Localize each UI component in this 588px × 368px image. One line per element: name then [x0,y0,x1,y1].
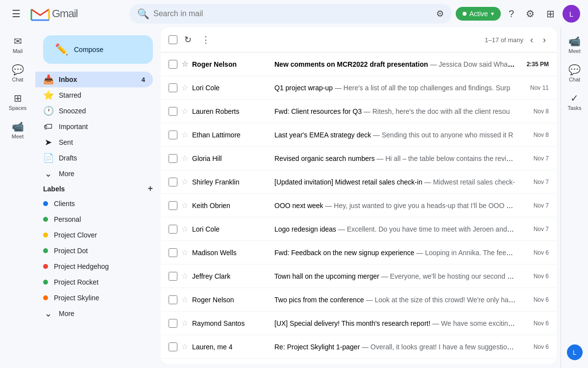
apps-button[interactable]: ⊞ [542,4,559,24]
older-page-button[interactable]: › [540,32,549,48]
table-row[interactable]: ☆ Roger Nelson Two pics from the confere… [161,288,557,312]
table-row[interactable]: ☆ Shirley Franklin [Updated invitation] … [161,170,557,194]
star-icon[interactable]: ☆ [181,224,188,234]
row-checkbox[interactable] [169,83,177,92]
table-row[interactable]: ☆ Lori Cole Logo redesign ideas — Excell… [161,217,557,241]
avatar[interactable]: L [563,5,580,23]
select-all-checkbox[interactable] [169,35,177,44]
star-icon[interactable]: ☆ [181,201,188,210]
active-status-badge[interactable]: Active ▾ [456,7,501,21]
add-label-icon[interactable]: + [147,184,153,194]
email-date: Nov 7 [519,179,549,185]
row-checkbox[interactable] [169,60,177,69]
nav-starred-label: Starred [59,91,81,99]
table-row[interactable]: ☆ Raymond Santos [UX] Special delivery! … [161,312,557,335]
label-personal-text: Personal [54,215,81,223]
star-icon[interactable]: ☆ [181,59,188,69]
row-checkbox[interactable] [169,131,177,139]
email-date: Nov 6 [519,343,549,350]
email-subject: OOO next week — Hey, just wanted to give… [274,202,515,210]
row-checkbox[interactable] [169,272,177,281]
star-icon[interactable]: ☆ [181,83,188,92]
star-icon[interactable]: ☆ [181,318,188,328]
table-row[interactable]: ☆ Lori Cole Q1 project wrap-up — Here's … [161,76,557,100]
star-icon[interactable]: ☆ [181,177,188,186]
label-project-rocket[interactable]: Project Rocket [35,274,153,290]
label-project-dot[interactable]: Project Dot [35,243,153,259]
table-row[interactable]: ☆ Lauren Roberts Re: Corp strategy slide… [161,359,557,364]
nav-item-drafts[interactable]: 📄 Drafts [35,150,153,166]
email-snippet: — Midwest retail sales check- [424,178,515,186]
sender-name: Shirley Franklin [192,178,270,186]
email-date: Nov 6 [519,249,549,256]
table-row[interactable]: ☆ Madison Wells Fwd: Feedback on the new… [161,241,557,264]
spaces-icon: ⊞ [14,92,22,104]
nav-item-snoozed[interactable]: 🕐 Snoozed [35,103,153,119]
email-subject: Re: Project Skylight 1-pager — Overall, … [274,343,515,351]
project-clover-dot [43,233,48,237]
meet-tab-label: Meet [568,48,580,54]
row-checkbox[interactable] [169,225,177,234]
settings-button[interactable]: ⚙ [522,4,539,24]
row-checkbox[interactable] [169,178,177,186]
star-icon[interactable]: ☆ [181,106,188,116]
row-checkbox[interactable] [169,154,177,163]
hamburger-menu-button[interactable]: ☰ [8,4,24,24]
compose-button[interactable]: ✏️ Compose [43,35,153,64]
nav-item-starred[interactable]: ⭐ Starred [35,87,153,103]
clients-dot [43,201,48,206]
right-tab-tasks[interactable]: ✓ Tasks [563,88,587,115]
row-checkbox[interactable] [169,319,177,328]
table-row[interactable]: ☆ Roger Nelson New comments on MCR2022 d… [161,53,557,76]
nav-item-inbox[interactable]: 📥 Inbox 4 [35,72,153,87]
table-row[interactable]: ☆ Gloria Hill Revised organic search num… [161,147,557,170]
active-label: Active [469,10,488,18]
email-subject: Last year's EMEA strategy deck — Sending… [274,131,515,139]
label-project-clover[interactable]: Project Clover [35,227,153,243]
table-row[interactable]: ☆ Ethan Lattimore Last year's EMEA strat… [161,123,557,147]
row-checkbox[interactable] [169,248,177,257]
label-project-hedgehog[interactable]: Project Hedgehog [35,259,153,274]
more-options-button[interactable]: ⋮ [198,31,213,48]
star-icon[interactable]: ☆ [181,248,188,257]
nav-item-more[interactable]: ⌄ More [35,166,153,182]
row-checkbox[interactable] [169,107,177,116]
sidebar-item-chat[interactable]: 💬 Chat [6,60,29,86]
nav-sent-label: Sent [59,138,73,146]
star-icon[interactable]: ☆ [181,130,188,139]
label-personal[interactable]: Personal [35,211,153,227]
sidebar-item-spaces[interactable]: ⊞ Spaces [6,88,29,115]
right-tab-chat[interactable]: 💬 Chat [563,60,587,86]
row-checkbox[interactable] [169,295,177,304]
row-checkbox[interactable] [169,342,177,351]
table-row[interactable]: ☆ Keith Obrien OOO next week — Hey, just… [161,194,557,217]
table-row[interactable]: ☆ Jeffrey Clark Town hall on the upcomin… [161,264,557,288]
star-icon[interactable]: ☆ [181,154,188,163]
sidebar-item-meet[interactable]: 📹 Meet [6,117,29,143]
support-button[interactable]: ? [505,4,518,24]
table-row[interactable]: ☆ Lauren, me 4 Re: Project Skylight 1-pa… [161,335,557,359]
email-date: Nov 7 [519,202,549,209]
search-filter-icon[interactable]: ⚙ [436,8,444,19]
right-tab-meet[interactable]: 📹 Meet [563,31,587,58]
label-project-rocket-text: Project Rocket [54,278,98,286]
table-row[interactable]: ☆ Lauren Roberts Fwd: Client resources f… [161,100,557,123]
label-project-clover-text: Project Clover [54,231,97,239]
label-project-skyline[interactable]: Project Skyline [35,290,153,306]
search-input[interactable] [153,9,432,18]
label-more[interactable]: ⌄ More [35,306,153,321]
star-icon[interactable]: ☆ [181,295,188,304]
newer-page-button[interactable]: ‹ [527,32,536,48]
row-checkbox[interactable] [169,201,177,210]
label-clients[interactable]: Clients [35,196,153,211]
refresh-button[interactable]: ↻ [181,31,195,48]
nav-item-sent[interactable]: ➤ Sent [35,134,153,150]
chat-tab-label: Chat [569,77,580,82]
star-icon[interactable]: ☆ [181,342,188,351]
avatar-small[interactable]: L [567,344,583,360]
nav-more-label: More [59,170,74,178]
sidebar-item-mail[interactable]: ✉ Mail [6,31,29,58]
email-snippet: — Jessica Dow said What ab [430,60,515,68]
nav-item-important[interactable]: 🏷 Important [35,119,153,134]
star-icon[interactable]: ☆ [181,271,188,281]
